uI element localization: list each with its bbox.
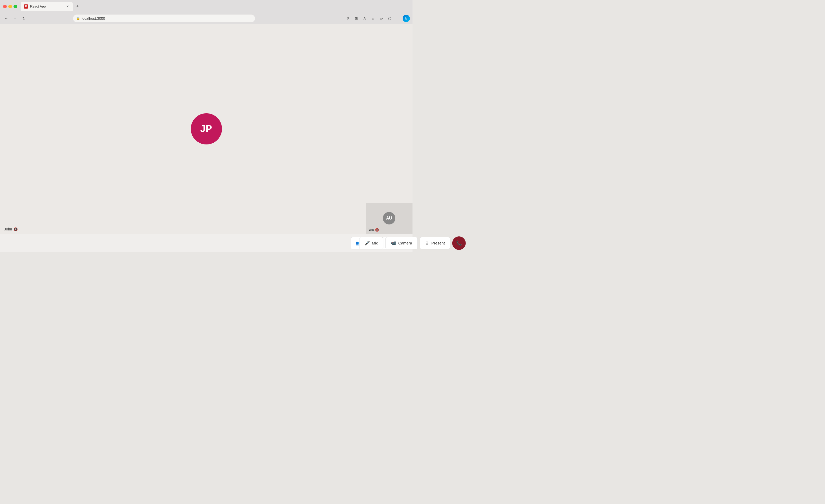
browser-toolbar-right: 🎙 ⊞ 𝐀 ☆ ▱ ⬡ ··· b	[345, 15, 410, 22]
address-bar[interactable]: 🔒 localhost:3000	[73, 14, 255, 22]
back-button[interactable]: ←	[3, 15, 10, 22]
favorites-icon[interactable]: ☆	[369, 15, 377, 22]
you-text: You	[368, 228, 374, 232]
mic-icon: 🎤	[365, 241, 370, 246]
you-muted-icon: 🔇	[375, 228, 379, 232]
refresh-button[interactable]: ↻	[20, 15, 27, 22]
tab-favicon: R	[24, 4, 28, 9]
bing-copilot-icon[interactable]: b	[403, 15, 410, 22]
close-traffic-light[interactable]	[3, 5, 7, 8]
toolbar-center: 🎤 Mic 📹 Camera 🖥 Present 📞	[359, 236, 412, 250]
jp-participant-avatar: JP	[191, 113, 222, 145]
tab-bar: R React App ✕ +	[21, 2, 409, 11]
new-tab-button[interactable]: +	[74, 3, 81, 10]
au-avatar: AU	[383, 212, 395, 225]
more-options-icon[interactable]: ···	[394, 15, 401, 22]
forward-button[interactable]: →	[11, 15, 19, 22]
browser-extensions-icon[interactable]: ⬡	[386, 15, 393, 22]
self-participant-panel: AU You 🔇	[366, 203, 412, 234]
lock-icon: 🔒	[76, 17, 80, 20]
apps-icon[interactable]: ⊞	[353, 15, 360, 22]
camera-label: Camera	[398, 241, 412, 245]
active-tab[interactable]: R React App ✕	[21, 2, 73, 11]
you-label: You 🔇	[368, 228, 379, 232]
microphone-icon[interactable]: 🎙	[345, 15, 352, 22]
split-screen-icon[interactable]: ▱	[378, 15, 385, 22]
mic-label: Mic	[372, 241, 378, 245]
au-initials: AU	[386, 216, 392, 221]
camera-icon: 📹	[391, 241, 396, 246]
john-name: John	[4, 227, 12, 231]
address-text: localhost:3000	[82, 16, 105, 20]
minimize-traffic-light[interactable]	[8, 5, 12, 8]
jp-initials: JP	[200, 123, 212, 134]
john-participant-label: John 🔇	[4, 227, 18, 231]
favicon-icon: R	[25, 5, 27, 8]
fullscreen-traffic-light[interactable]	[13, 5, 17, 8]
traffic-lights	[3, 5, 17, 8]
john-muted-icon: 🔇	[13, 227, 18, 231]
tab-close-button[interactable]: ✕	[66, 4, 70, 9]
camera-button[interactable]: 📹 Camera	[385, 237, 412, 249]
read-aloud-icon[interactable]: 𝐀	[361, 15, 368, 22]
tab-title: React App	[30, 4, 46, 8]
video-call-main: JP John 🔇 AU You 🔇	[0, 24, 412, 234]
mic-button[interactable]: 🎤 Mic	[359, 237, 383, 249]
address-bar-row: ← → ↻ 🔒 localhost:3000 🎙 ⊞ 𝐀 ☆ ▱ ⬡ ··· b	[0, 13, 412, 24]
bottom-toolbar: 🎤 Mic 📹 Camera 🖥 Present 📞 👥 People 💬 Ch…	[0, 234, 412, 252]
browser-chrome: R React App ✕ +	[0, 0, 412, 13]
